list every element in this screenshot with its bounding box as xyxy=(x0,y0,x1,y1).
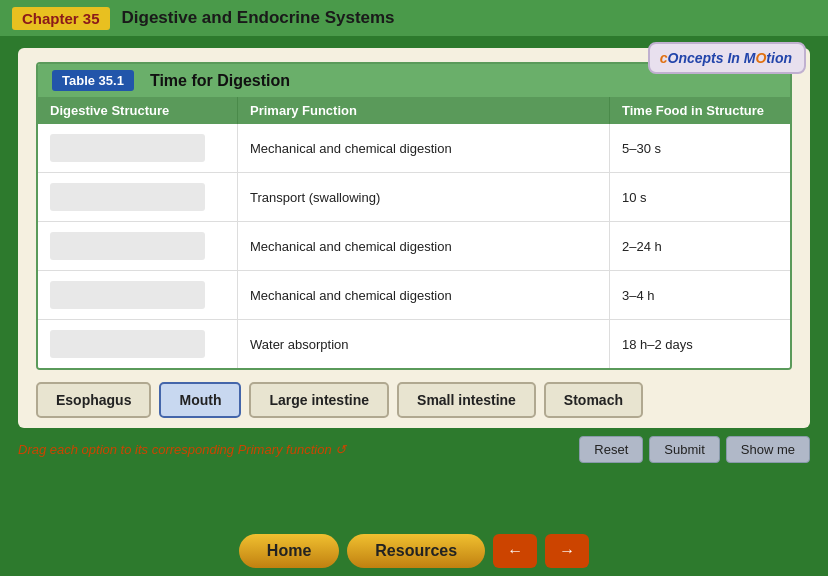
logo-oncepts: Oncepts In M xyxy=(668,50,756,66)
footer-nav: Home Resources ← → xyxy=(0,524,828,576)
action-buttons: Reset Submit Show me xyxy=(579,436,810,463)
digestion-table: Table 35.1 Time for Digestion Digestive … xyxy=(36,62,792,370)
page-title: Digestive and Endocrine Systems xyxy=(122,8,395,28)
cell-function-4: Mechanical and chemical digestion xyxy=(238,271,610,319)
drop-zone-3[interactable] xyxy=(50,232,205,260)
cell-time-5: 18 h–2 days xyxy=(610,320,790,368)
drop-zone-5[interactable] xyxy=(50,330,205,358)
drag-options-container: Esophagus Mouth Large intestine Small in… xyxy=(36,382,792,418)
cell-function-1: Mechanical and chemical digestion xyxy=(238,124,610,172)
drag-item-small-intestine[interactable]: Small intestine xyxy=(397,382,536,418)
chapter-badge: Chapter 35 xyxy=(12,7,110,30)
cell-function-2: Transport (swallowing) xyxy=(238,173,610,221)
table-body: Mechanical and chemical digestion 5–30 s… xyxy=(38,124,790,368)
col-header-structure: Digestive Structure xyxy=(38,97,238,124)
page-header: Chapter 35 Digestive and Endocrine Syste… xyxy=(0,0,828,36)
logo-c: c xyxy=(660,50,668,66)
cell-structure-3[interactable] xyxy=(38,222,238,270)
cell-time-4: 3–4 h xyxy=(610,271,790,319)
table-row: Mechanical and chemical digestion 3–4 h xyxy=(38,271,790,320)
drag-item-large-intestine[interactable]: Large intestine xyxy=(249,382,389,418)
instruction-text: Drag each option to its corresponding Pr… xyxy=(18,442,346,457)
submit-button[interactable]: Submit xyxy=(649,436,719,463)
home-button[interactable]: Home xyxy=(239,534,339,568)
drag-item-stomach[interactable]: Stomach xyxy=(544,382,643,418)
cell-structure-1[interactable] xyxy=(38,124,238,172)
col-header-function: Primary Function xyxy=(238,97,610,124)
cell-function-5: Water absorption xyxy=(238,320,610,368)
col-header-time: Time Food in Structure xyxy=(610,97,790,124)
cim-logo: cOncepts In MOtion xyxy=(648,42,806,74)
cell-time-1: 5–30 s xyxy=(610,124,790,172)
show-me-button[interactable]: Show me xyxy=(726,436,810,463)
drag-item-mouth[interactable]: Mouth xyxy=(159,382,241,418)
table-title: Time for Digestion xyxy=(150,72,290,90)
resources-button[interactable]: Resources xyxy=(347,534,485,568)
cell-structure-5[interactable] xyxy=(38,320,238,368)
prev-button[interactable]: ← xyxy=(493,534,537,568)
bottom-bar: Drag each option to its corresponding Pr… xyxy=(18,432,810,467)
cell-time-3: 2–24 h xyxy=(610,222,790,270)
table-row: Water absorption 18 h–2 days xyxy=(38,320,790,368)
reset-button[interactable]: Reset xyxy=(579,436,643,463)
table-row: Transport (swallowing) 10 s xyxy=(38,173,790,222)
logo-o: O xyxy=(755,50,766,66)
cell-function-3: Mechanical and chemical digestion xyxy=(238,222,610,270)
cell-structure-2[interactable] xyxy=(38,173,238,221)
table-row: Mechanical and chemical digestion 2–24 h xyxy=(38,222,790,271)
table-header: Digestive Structure Primary Function Tim… xyxy=(38,97,790,124)
cell-time-2: 10 s xyxy=(610,173,790,221)
main-content: Table 35.1 Time for Digestion Digestive … xyxy=(18,48,810,428)
drag-item-esophagus[interactable]: Esophagus xyxy=(36,382,151,418)
table-row: Mechanical and chemical digestion 5–30 s xyxy=(38,124,790,173)
drop-zone-2[interactable] xyxy=(50,183,205,211)
drop-zone-4[interactable] xyxy=(50,281,205,309)
table-badge: Table 35.1 xyxy=(52,70,134,91)
next-button[interactable]: → xyxy=(545,534,589,568)
drop-zone-1[interactable] xyxy=(50,134,205,162)
logo-tion: tion xyxy=(766,50,792,66)
cell-structure-4[interactable] xyxy=(38,271,238,319)
